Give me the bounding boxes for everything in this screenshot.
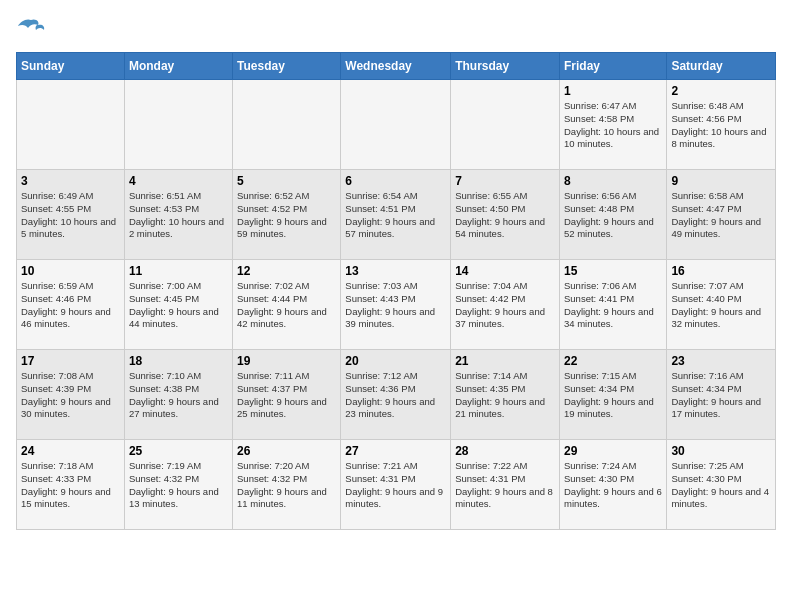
- day-number: 26: [237, 444, 336, 458]
- day-number: 27: [345, 444, 446, 458]
- calendar-week-row: 1Sunrise: 6:47 AM Sunset: 4:58 PM Daylig…: [17, 80, 776, 170]
- calendar-cell: 9Sunrise: 6:58 AM Sunset: 4:47 PM Daylig…: [667, 170, 776, 260]
- calendar-cell: 7Sunrise: 6:55 AM Sunset: 4:50 PM Daylig…: [451, 170, 560, 260]
- calendar-cell: [17, 80, 125, 170]
- day-number: 25: [129, 444, 228, 458]
- calendar-cell: 16Sunrise: 7:07 AM Sunset: 4:40 PM Dayli…: [667, 260, 776, 350]
- calendar-cell: 23Sunrise: 7:16 AM Sunset: 4:34 PM Dayli…: [667, 350, 776, 440]
- day-info: Sunrise: 6:59 AM Sunset: 4:46 PM Dayligh…: [21, 280, 120, 331]
- header-friday: Friday: [559, 53, 666, 80]
- day-number: 19: [237, 354, 336, 368]
- day-number: 4: [129, 174, 228, 188]
- day-number: 23: [671, 354, 771, 368]
- header-tuesday: Tuesday: [233, 53, 341, 80]
- day-number: 5: [237, 174, 336, 188]
- day-number: 9: [671, 174, 771, 188]
- day-info: Sunrise: 7:03 AM Sunset: 4:43 PM Dayligh…: [345, 280, 446, 331]
- day-number: 6: [345, 174, 446, 188]
- calendar-cell: 22Sunrise: 7:15 AM Sunset: 4:34 PM Dayli…: [559, 350, 666, 440]
- day-info: Sunrise: 7:19 AM Sunset: 4:32 PM Dayligh…: [129, 460, 228, 511]
- calendar-cell: 15Sunrise: 7:06 AM Sunset: 4:41 PM Dayli…: [559, 260, 666, 350]
- calendar-cell: 11Sunrise: 7:00 AM Sunset: 4:45 PM Dayli…: [124, 260, 232, 350]
- logo: [16, 16, 50, 40]
- day-number: 8: [564, 174, 662, 188]
- calendar-table: SundayMondayTuesdayWednesdayThursdayFrid…: [16, 52, 776, 530]
- day-info: Sunrise: 6:55 AM Sunset: 4:50 PM Dayligh…: [455, 190, 555, 241]
- day-number: 20: [345, 354, 446, 368]
- day-number: 11: [129, 264, 228, 278]
- day-info: Sunrise: 7:16 AM Sunset: 4:34 PM Dayligh…: [671, 370, 771, 421]
- calendar-cell: 27Sunrise: 7:21 AM Sunset: 4:31 PM Dayli…: [341, 440, 451, 530]
- day-info: Sunrise: 7:14 AM Sunset: 4:35 PM Dayligh…: [455, 370, 555, 421]
- calendar-cell: 29Sunrise: 7:24 AM Sunset: 4:30 PM Dayli…: [559, 440, 666, 530]
- day-info: Sunrise: 6:52 AM Sunset: 4:52 PM Dayligh…: [237, 190, 336, 241]
- day-number: 1: [564, 84, 662, 98]
- day-number: 17: [21, 354, 120, 368]
- calendar-cell: 14Sunrise: 7:04 AM Sunset: 4:42 PM Dayli…: [451, 260, 560, 350]
- day-info: Sunrise: 7:06 AM Sunset: 4:41 PM Dayligh…: [564, 280, 662, 331]
- day-info: Sunrise: 6:48 AM Sunset: 4:56 PM Dayligh…: [671, 100, 771, 151]
- calendar-cell: 13Sunrise: 7:03 AM Sunset: 4:43 PM Dayli…: [341, 260, 451, 350]
- day-number: 22: [564, 354, 662, 368]
- day-info: Sunrise: 6:47 AM Sunset: 4:58 PM Dayligh…: [564, 100, 662, 151]
- day-number: 24: [21, 444, 120, 458]
- logo-icon: [16, 16, 46, 40]
- day-info: Sunrise: 7:24 AM Sunset: 4:30 PM Dayligh…: [564, 460, 662, 511]
- header: [16, 16, 776, 40]
- day-info: Sunrise: 6:56 AM Sunset: 4:48 PM Dayligh…: [564, 190, 662, 241]
- day-info: Sunrise: 7:11 AM Sunset: 4:37 PM Dayligh…: [237, 370, 336, 421]
- day-info: Sunrise: 7:00 AM Sunset: 4:45 PM Dayligh…: [129, 280, 228, 331]
- calendar-cell: 4Sunrise: 6:51 AM Sunset: 4:53 PM Daylig…: [124, 170, 232, 260]
- calendar-week-row: 24Sunrise: 7:18 AM Sunset: 4:33 PM Dayli…: [17, 440, 776, 530]
- day-number: 14: [455, 264, 555, 278]
- day-number: 15: [564, 264, 662, 278]
- calendar-cell: [124, 80, 232, 170]
- day-number: 3: [21, 174, 120, 188]
- day-number: 21: [455, 354, 555, 368]
- day-number: 18: [129, 354, 228, 368]
- day-info: Sunrise: 7:08 AM Sunset: 4:39 PM Dayligh…: [21, 370, 120, 421]
- calendar-cell: 12Sunrise: 7:02 AM Sunset: 4:44 PM Dayli…: [233, 260, 341, 350]
- calendar-week-row: 17Sunrise: 7:08 AM Sunset: 4:39 PM Dayli…: [17, 350, 776, 440]
- calendar-cell: 19Sunrise: 7:11 AM Sunset: 4:37 PM Dayli…: [233, 350, 341, 440]
- day-number: 10: [21, 264, 120, 278]
- calendar-cell: 28Sunrise: 7:22 AM Sunset: 4:31 PM Dayli…: [451, 440, 560, 530]
- calendar-cell: 8Sunrise: 6:56 AM Sunset: 4:48 PM Daylig…: [559, 170, 666, 260]
- calendar-cell: 24Sunrise: 7:18 AM Sunset: 4:33 PM Dayli…: [17, 440, 125, 530]
- day-number: 12: [237, 264, 336, 278]
- day-number: 29: [564, 444, 662, 458]
- day-info: Sunrise: 6:58 AM Sunset: 4:47 PM Dayligh…: [671, 190, 771, 241]
- calendar-cell: 30Sunrise: 7:25 AM Sunset: 4:30 PM Dayli…: [667, 440, 776, 530]
- calendar-cell: 18Sunrise: 7:10 AM Sunset: 4:38 PM Dayli…: [124, 350, 232, 440]
- header-sunday: Sunday: [17, 53, 125, 80]
- day-number: 7: [455, 174, 555, 188]
- header-monday: Monday: [124, 53, 232, 80]
- day-number: 30: [671, 444, 771, 458]
- header-thursday: Thursday: [451, 53, 560, 80]
- calendar-cell: 5Sunrise: 6:52 AM Sunset: 4:52 PM Daylig…: [233, 170, 341, 260]
- calendar-week-row: 3Sunrise: 6:49 AM Sunset: 4:55 PM Daylig…: [17, 170, 776, 260]
- calendar-cell: [451, 80, 560, 170]
- calendar-cell: 2Sunrise: 6:48 AM Sunset: 4:56 PM Daylig…: [667, 80, 776, 170]
- day-info: Sunrise: 7:20 AM Sunset: 4:32 PM Dayligh…: [237, 460, 336, 511]
- day-info: Sunrise: 7:22 AM Sunset: 4:31 PM Dayligh…: [455, 460, 555, 511]
- calendar-cell: 21Sunrise: 7:14 AM Sunset: 4:35 PM Dayli…: [451, 350, 560, 440]
- calendar-header-row: SundayMondayTuesdayWednesdayThursdayFrid…: [17, 53, 776, 80]
- day-info: Sunrise: 6:49 AM Sunset: 4:55 PM Dayligh…: [21, 190, 120, 241]
- calendar-cell: 20Sunrise: 7:12 AM Sunset: 4:36 PM Dayli…: [341, 350, 451, 440]
- day-info: Sunrise: 7:18 AM Sunset: 4:33 PM Dayligh…: [21, 460, 120, 511]
- calendar-week-row: 10Sunrise: 6:59 AM Sunset: 4:46 PM Dayli…: [17, 260, 776, 350]
- calendar-cell: 25Sunrise: 7:19 AM Sunset: 4:32 PM Dayli…: [124, 440, 232, 530]
- calendar-cell: 10Sunrise: 6:59 AM Sunset: 4:46 PM Dayli…: [17, 260, 125, 350]
- calendar-cell: [341, 80, 451, 170]
- calendar-cell: 1Sunrise: 6:47 AM Sunset: 4:58 PM Daylig…: [559, 80, 666, 170]
- day-info: Sunrise: 7:21 AM Sunset: 4:31 PM Dayligh…: [345, 460, 446, 511]
- day-info: Sunrise: 7:04 AM Sunset: 4:42 PM Dayligh…: [455, 280, 555, 331]
- calendar-cell: 3Sunrise: 6:49 AM Sunset: 4:55 PM Daylig…: [17, 170, 125, 260]
- calendar-cell: 6Sunrise: 6:54 AM Sunset: 4:51 PM Daylig…: [341, 170, 451, 260]
- calendar-cell: [233, 80, 341, 170]
- calendar-cell: 26Sunrise: 7:20 AM Sunset: 4:32 PM Dayli…: [233, 440, 341, 530]
- day-info: Sunrise: 7:25 AM Sunset: 4:30 PM Dayligh…: [671, 460, 771, 511]
- day-number: 28: [455, 444, 555, 458]
- day-info: Sunrise: 7:10 AM Sunset: 4:38 PM Dayligh…: [129, 370, 228, 421]
